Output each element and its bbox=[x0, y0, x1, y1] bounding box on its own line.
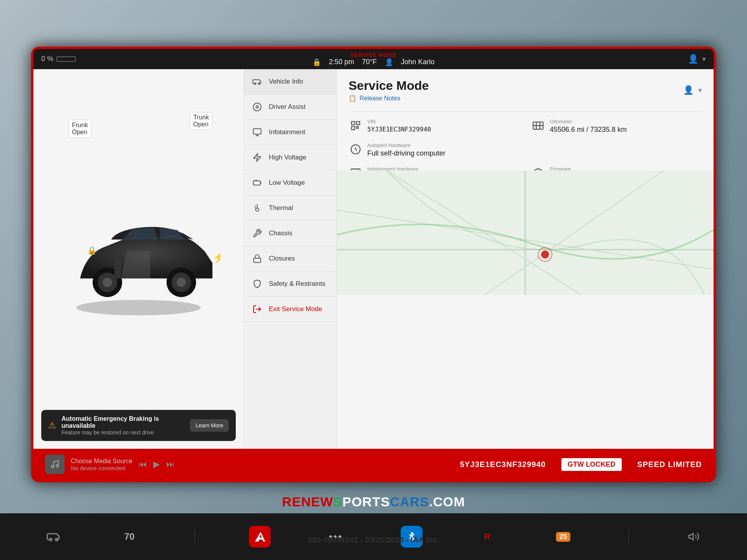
svg-point-32 bbox=[51, 466, 54, 468]
svg-point-9 bbox=[254, 83, 256, 84]
alert-icon: ⚠ bbox=[48, 420, 56, 430]
chevron-down-icon[interactable]: ▾ bbox=[702, 55, 706, 63]
service-panel: Service Mode 📋 Release Notes 👤 ▾ bbox=[337, 69, 714, 449]
gtw-badge: GTW LOCKED bbox=[561, 458, 622, 471]
high-voltage-icon bbox=[252, 152, 263, 163]
svg-marker-14 bbox=[254, 154, 261, 161]
vin-status-text: 5YJ3E1EC3NF329940 bbox=[460, 460, 545, 469]
user-icon: 👤 bbox=[385, 58, 393, 66]
release-notes-icon: 📋 bbox=[349, 94, 356, 102]
watermark-renew: RENEW bbox=[282, 494, 333, 509]
svg-rect-17 bbox=[352, 122, 355, 125]
svg-rect-16 bbox=[254, 258, 261, 262]
svg-rect-20 bbox=[356, 126, 358, 128]
prev-track-icon[interactable]: ⏮ bbox=[139, 459, 147, 469]
chassis-icon bbox=[252, 228, 263, 239]
vehicle-panel: FrunkOpen TrunkOpen bbox=[33, 69, 244, 449]
menu-item-vehicle-info[interactable]: Vehicle Info bbox=[244, 69, 337, 94]
battery-section: 0 % bbox=[41, 55, 76, 63]
odometer-label: Odometer bbox=[550, 119, 627, 124]
no-device-label: No device connected bbox=[71, 465, 132, 471]
vin-section: VIN 5YJ3E1EC3NF329940 bbox=[349, 119, 519, 134]
closures-icon bbox=[252, 253, 263, 264]
autopilot-row: Autopilot Hardware Full self-driving com… bbox=[337, 140, 714, 164]
watermark-sports: S bbox=[333, 494, 342, 509]
learn-more-button[interactable]: Learn More bbox=[190, 419, 229, 432]
closures-label: Closures bbox=[269, 255, 295, 262]
car-icon bbox=[252, 76, 263, 87]
vehicle-image: ⚡ 🔒 bbox=[57, 201, 220, 317]
autopilot-value: Full self-driving computer bbox=[367, 149, 445, 158]
divider-1 bbox=[349, 111, 702, 112]
release-notes-link[interactable]: 📋 Release Notes bbox=[349, 94, 429, 102]
vin-label: VIN bbox=[367, 119, 431, 124]
service-header: Service Mode 📋 Release Notes 👤 ▾ bbox=[337, 69, 714, 108]
high-voltage-label: High Voltage bbox=[269, 154, 306, 161]
trunk-label: TrunkOpen bbox=[190, 112, 212, 130]
thermal-label: Thermal bbox=[269, 204, 293, 212]
battery-percent: 0 % bbox=[41, 55, 53, 63]
autopilot-icon bbox=[349, 142, 363, 156]
chevron-down-header[interactable]: ▾ bbox=[698, 86, 702, 94]
status-info-row: 🔒 2:50 pm 70°F 👤 John Karlo bbox=[312, 58, 434, 66]
low-voltage-label: Low Voltage bbox=[269, 179, 305, 187]
person-icon: 👤 bbox=[688, 54, 698, 64]
menu-item-infotainment[interactable]: Infotainment bbox=[244, 120, 337, 145]
watermark-com: .COM bbox=[429, 494, 465, 509]
menu-item-chassis[interactable]: Chassis bbox=[244, 221, 337, 246]
user-name: John Karlo bbox=[401, 58, 435, 66]
menu-panel: Vehicle Info Driver Assist Infotainment bbox=[244, 69, 337, 449]
choose-media-label: Choose Media Source bbox=[71, 458, 132, 465]
playback-controls: ⏮ ▶ ⏭ bbox=[139, 459, 175, 469]
menu-item-driver-assist[interactable]: Driver Assist bbox=[244, 94, 337, 120]
main-screen: SERVICE MODE SERVICE MODE 0 % SERVICE MO… bbox=[31, 47, 716, 482]
autopilot-label: Autopilot Hardware bbox=[367, 142, 445, 148]
menu-item-exit[interactable]: Exit Service Mode bbox=[244, 297, 337, 322]
svg-point-6 bbox=[177, 278, 186, 287]
svg-text:🔒: 🔒 bbox=[87, 246, 97, 255]
lock-icon: 🔒 bbox=[312, 58, 321, 66]
bottom-text: 000-39034342 - 03/25/2024 - IAA Inc. bbox=[0, 536, 747, 544]
alert-text: Automatic Emergency Braking is unavailab… bbox=[61, 415, 184, 436]
current-time: 2:50 pm bbox=[329, 58, 354, 66]
battery-bar bbox=[56, 56, 76, 62]
watermark: RENEW S PORTS CARS .COM bbox=[282, 494, 465, 509]
odometer-value: 45506.6 mi / 73235.8 km bbox=[550, 126, 627, 134]
vin-info: VIN 5YJ3E1EC3NF329940 bbox=[367, 119, 431, 133]
svg-rect-15 bbox=[253, 181, 260, 185]
car-svg: ⚡ 🔒 bbox=[57, 201, 220, 317]
menu-item-thermal[interactable]: Thermal bbox=[244, 196, 337, 221]
status-bar: 0 % SERVICE MODE 🔒 2:50 pm 70°F 👤 John K… bbox=[33, 49, 714, 69]
chassis-label: Chassis bbox=[269, 229, 292, 237]
map-area bbox=[337, 170, 714, 295]
svg-point-3 bbox=[103, 278, 112, 287]
menu-item-closures[interactable]: Closures bbox=[244, 246, 337, 271]
menu-item-safety-restraints[interactable]: Safety & Restraints bbox=[244, 271, 337, 297]
infotainment-icon bbox=[252, 127, 263, 138]
alert-title: Automatic Emergency Braking is unavailab… bbox=[61, 415, 184, 429]
vin-odo-row: VIN 5YJ3E1EC3NF329940 Odometer 45506.6 m… bbox=[337, 115, 714, 140]
next-track-icon[interactable]: ⏭ bbox=[166, 459, 175, 469]
svg-point-11 bbox=[253, 103, 261, 111]
low-voltage-icon bbox=[252, 177, 263, 188]
menu-item-high-voltage[interactable]: High Voltage bbox=[244, 145, 337, 170]
driver-assist-label: Driver Assist bbox=[269, 103, 305, 111]
alert-subtitle: Feature may be restored on next drive bbox=[61, 429, 184, 436]
thermal-icon bbox=[252, 203, 263, 214]
play-pause-icon[interactable]: ▶ bbox=[153, 459, 160, 469]
autopilot-info: Autopilot Hardware Full self-driving com… bbox=[367, 142, 445, 158]
svg-point-12 bbox=[256, 106, 258, 108]
vin-icon bbox=[349, 119, 363, 133]
temperature: 70°F bbox=[362, 58, 377, 66]
media-info: Choose Media Source No device connected bbox=[71, 458, 132, 471]
map-roads-svg bbox=[337, 170, 714, 295]
menu-item-low-voltage[interactable]: Low Voltage bbox=[244, 170, 337, 196]
alert-banner: ⚠ Automatic Emergency Braking is unavail… bbox=[41, 410, 236, 441]
header-controls: 👤 ▾ bbox=[683, 85, 702, 95]
exit-label: Exit Service Mode bbox=[269, 305, 322, 313]
frunk-label: FrunkOpen bbox=[68, 120, 91, 138]
media-controls: Choose Media Source No device connected … bbox=[45, 455, 255, 474]
infotainment-label: Infotainment bbox=[269, 128, 305, 136]
svg-text:⚡: ⚡ bbox=[212, 251, 220, 264]
safety-icon bbox=[252, 278, 263, 289]
